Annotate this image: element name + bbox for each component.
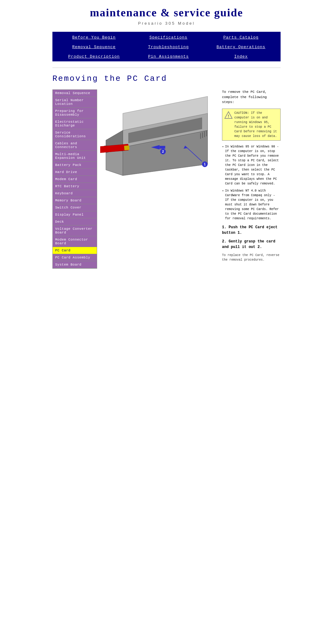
sidebar-item[interactable]: Switch Cover: [53, 204, 97, 211]
nav-cell: Index: [202, 52, 280, 61]
sidebar-link[interactable]: Modem Card: [55, 177, 94, 181]
sidebar-item[interactable]: Modem Connector Board: [53, 236, 97, 247]
sidebar-link[interactable]: Battery Pack: [55, 163, 94, 167]
right-content: To remove the PC Card, complete the foll…: [222, 89, 281, 269]
sidebar-item[interactable]: Electrostatic Discharge: [53, 118, 97, 129]
nav-link[interactable]: Index: [234, 54, 248, 59]
sidebar-link[interactable]: Serial Number Location: [55, 98, 94, 106]
sidebar-item[interactable]: Keyboard: [53, 190, 97, 197]
nav-cell: Pin Assignments: [135, 52, 202, 61]
bullet-list: In Windows 95 or Windows 98 - If the com…: [222, 144, 281, 221]
svg-text:1: 1: [204, 162, 206, 166]
sidebar-item[interactable]: Modem Card: [53, 176, 97, 183]
svg-rect-9: [124, 145, 130, 150]
svg-text:!: !: [227, 114, 230, 119]
sidebar-link[interactable]: Voltage Converter Board: [55, 227, 94, 234]
sidebar-link[interactable]: Hard Drive: [55, 170, 94, 174]
sidebar-item[interactable]: Voltage Converter Board: [53, 225, 97, 236]
sidebar-link[interactable]: Multi-media Expansion Unit: [55, 152, 94, 160]
nav-link[interactable]: Parts Catalog: [223, 35, 258, 40]
sidebar-item[interactable]: Removal Sequence: [53, 90, 97, 97]
sidebar-item[interactable]: PC Card Assembly: [53, 254, 97, 261]
sidebar-item[interactable]: RTC Battery: [53, 183, 97, 190]
nav-link[interactable]: Before You Begin: [72, 35, 116, 40]
subtitle: Presario 305 Model: [52, 21, 281, 26]
sidebar-item[interactable]: Deck: [53, 218, 97, 225]
nav-cell: Specifications: [135, 32, 202, 42]
list-item: In Windows 95 or Windows 98 - If the com…: [222, 144, 281, 186]
caution-icon: !: [224, 111, 233, 119]
nav-link[interactable]: Battery Operations: [216, 45, 265, 49]
sidebar-link[interactable]: Removal Sequence: [55, 91, 94, 95]
nav-table: Before You BeginSpecificationsParts Cata…: [52, 32, 281, 61]
sidebar-link[interactable]: Switch Cover: [55, 206, 94, 209]
sidebar-link[interactable]: Memory Board: [55, 199, 94, 202]
sidebar-item[interactable]: Memory Board: [53, 197, 97, 204]
svg-rect-11: [160, 146, 165, 149]
sidebar-item[interactable]: Serial Number Location: [53, 97, 97, 108]
footer-note: To replace the PC Card, reverse the remo…: [222, 253, 281, 262]
nav-link[interactable]: Removal Sequence: [72, 45, 116, 49]
sidebar-item[interactable]: Multi-media Expansion Unit: [53, 151, 97, 162]
nav-cell: Battery Operations: [202, 42, 280, 52]
sidebar-link[interactable]: PC Card Assembly: [55, 256, 94, 259]
sidebar-item[interactable]: Display Panel: [53, 211, 97, 218]
step1-text: 1. Push the PC Card eject button 1.: [222, 225, 281, 236]
nav-cell: Parts Catalog: [202, 32, 280, 42]
sidebar-link[interactable]: Modem Connector Board: [55, 238, 94, 245]
svg-text:2: 2: [162, 150, 164, 153]
sidebar-link[interactable]: Display Panel: [55, 213, 94, 217]
sidebar-link[interactable]: RTC Battery: [55, 184, 94, 188]
nav-link[interactable]: Troubleshooting: [148, 45, 189, 49]
step2-text: 2. Gently grasp the card and pull it out…: [222, 239, 281, 250]
nav-link[interactable]: Specifications: [150, 35, 187, 40]
page-title: Removing the PC Card: [52, 74, 281, 83]
nav-cell: Before You Begin: [53, 32, 135, 42]
pc-card-illustration: 2 1: [100, 93, 219, 185]
sidebar-link[interactable]: Deck: [55, 220, 94, 224]
caution-text: CAUTION: If the computer is on and runni…: [234, 111, 278, 138]
sidebar-link[interactable]: Electrostatic Discharge: [55, 120, 94, 127]
sidebar-link[interactable]: System Board: [55, 263, 94, 266]
divider: [52, 68, 281, 68]
sidebar-item[interactable]: Cables and Connectors: [53, 140, 97, 151]
sidebar-item[interactable]: Battery Pack: [53, 162, 97, 169]
caution-box: ! CAUTION: If the computer is on and run…: [222, 109, 281, 141]
sidebar-link[interactable]: Cables and Connectors: [55, 142, 94, 149]
sidebar-link[interactable]: Keyboard: [55, 192, 94, 195]
nav-cell: Troubleshooting: [135, 42, 202, 52]
list-item: In Windows NT 4.0 with CardWare from Com…: [222, 188, 281, 221]
page-main-title: maintenance & service guide: [52, 6, 281, 19]
sidebar-link[interactable]: Service Considerations: [55, 131, 94, 138]
main-content: Removal SequenceSerial Number LocationPr…: [52, 89, 281, 269]
nav-cell: Product Description: [53, 52, 135, 61]
sidebar-link[interactable]: PC Card: [55, 249, 94, 252]
sidebar-item[interactable]: Hard Drive: [53, 169, 97, 176]
nav-cell: Removal Sequence: [53, 42, 135, 52]
nav-link[interactable]: Pin Assignments: [148, 54, 189, 59]
sidebar-item[interactable]: Preparing for Disassembly: [53, 108, 97, 118]
sidebar-item[interactable]: Service Considerations: [53, 129, 97, 140]
sidebar-item[interactable]: System Board: [53, 261, 97, 268]
nav-link[interactable]: Product Description: [68, 54, 120, 59]
intro-text: To remove the PC Card, complete the foll…: [222, 89, 281, 105]
sidebar-item[interactable]: PC Card: [53, 247, 97, 254]
sidebar-link[interactable]: Preparing for Disassembly: [55, 109, 94, 117]
sidebar: Removal SequenceSerial Number LocationPr…: [52, 89, 97, 269]
header: maintenance & service guide Presario 305…: [52, 6, 281, 26]
image-area: 2 1: [100, 89, 219, 269]
